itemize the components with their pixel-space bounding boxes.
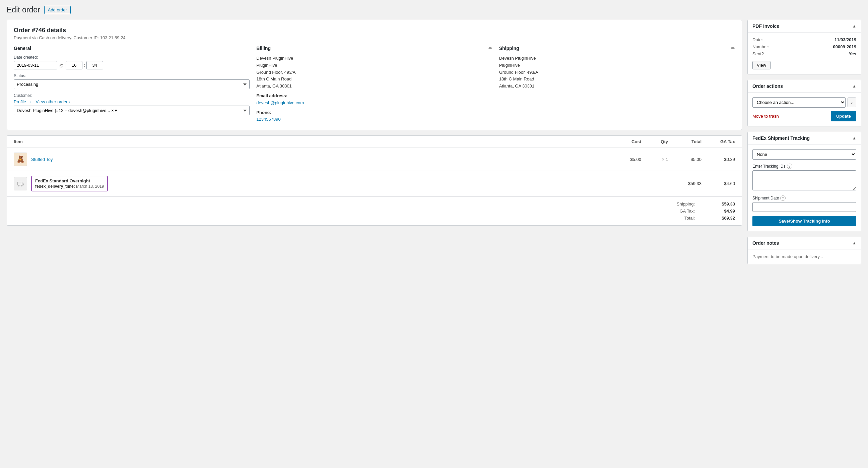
order-heading: Order #746 details [14, 27, 735, 34]
time-minute-input[interactable] [87, 61, 103, 69]
status-label: Status: [14, 74, 250, 78]
move-to-trash-link[interactable]: Move to trash [752, 114, 779, 119]
page-title: Edit order [7, 5, 40, 14]
pdf-invoice-title: PDF Invoice [752, 24, 779, 29]
item-thumbnail: 🧸 [14, 152, 27, 166]
svg-point-2 [22, 185, 23, 186]
billing-name: Devesh PluginHive [256, 55, 492, 62]
shipping-method-name: FedEx Standard Overnight [35, 178, 104, 183]
billing-company: PluginHive [256, 62, 492, 69]
billing-phone-label: Phone: [256, 109, 492, 116]
pdf-sent-value: Yes [849, 51, 856, 56]
order-note-text: Payment to be made upon delivery... [752, 254, 856, 259]
svg-rect-0 [18, 182, 22, 185]
at-text: @ [59, 63, 64, 68]
order-actions-collapse-icon[interactable]: ▲ [852, 84, 856, 88]
grand-total-label: Total: [668, 215, 695, 221]
add-order-button[interactable]: Add order [44, 6, 71, 14]
shipment-date-input[interactable] [752, 202, 856, 212]
pdf-number-value: 00009-2019 [833, 44, 856, 49]
date-input[interactable] [14, 61, 57, 69]
billing-section-title: Billing ✏ [256, 46, 492, 51]
totals-section: Shipping: $59.33 GA Tax: $4.99 Total: $6… [7, 197, 742, 225]
shipping-method-row: FedEx Standard Overnight fedex_delivery_… [7, 171, 742, 197]
shipping-section-title: Shipping ✏ [499, 46, 735, 51]
pdf-invoice-card: PDF Invoice ▲ Date: 11/03/2019 Number: 0… [747, 20, 861, 75]
order-actions-card: Order actions ▲ Choose an action... › Mo… [747, 80, 861, 126]
ga-tax-total-label: GA Tax: [668, 208, 695, 213]
shipping-method-icon [14, 177, 27, 191]
profile-link[interactable]: Profile → [14, 99, 31, 104]
item-ga-tax: $0.39 [702, 157, 735, 162]
tracking-ids-textarea[interactable] [752, 170, 856, 191]
grand-total-value: $69.32 [708, 215, 735, 221]
shipment-date-help-icon[interactable]: ? [780, 196, 785, 201]
billing-city-state: Atlanta, GA 30301 [256, 83, 492, 90]
customer-label: Customer: [14, 93, 250, 98]
shipping-city-state: Atlanta, GA 30301 [499, 83, 735, 90]
fedex-tracking-select[interactable]: None [752, 149, 856, 159]
shipping-total-value: $59.33 [708, 202, 735, 206]
fedex-tracking-title: FedEx Shipment Tracking [752, 136, 810, 141]
col-qty-header: Qty [641, 139, 668, 144]
shipping-total-label: Shipping: [668, 202, 695, 206]
shipping-name: Devesh PluginHive [499, 55, 735, 62]
time-hour-input[interactable] [66, 61, 83, 69]
order-notes-card: Order notes ▲ Payment to be made upon de… [747, 237, 861, 264]
order-notes-title: Order notes [752, 240, 779, 246]
order-payment-info: Payment via Cash on delivery. Customer I… [14, 35, 735, 40]
shipping-address1: Ground Floor, 493/A [499, 69, 735, 76]
date-label: Date created: [14, 55, 250, 60]
shipping-edit-icon[interactable]: ✏ [731, 46, 735, 51]
status-select[interactable]: Processing Pending payment On hold Compl… [14, 80, 250, 89]
col-cost-header: Cost [608, 139, 641, 144]
billing-email-value[interactable]: devesh@pluginhive.com [256, 100, 304, 105]
general-section-title: General [14, 46, 250, 51]
billing-edit-icon[interactable]: ✏ [489, 46, 492, 51]
shipping-address2: 18th C Main Road [499, 76, 735, 83]
order-actions-title: Order actions [752, 84, 783, 89]
pdf-view-button[interactable]: View [752, 61, 771, 69]
billing-email-label: Email address: [256, 92, 492, 99]
update-button[interactable]: Update [831, 111, 856, 121]
shipping-cost: $59.33 [668, 181, 702, 186]
table-row: 🧸 Stuffed Toy $5.00 × 1 $5.00 $0.39 [7, 148, 742, 171]
pdf-date-value: 11/03/2019 [835, 37, 856, 42]
shipping-method-box: FedEx Standard Overnight fedex_delivery_… [31, 176, 108, 192]
col-ga-tax-header: GA Tax [702, 139, 735, 144]
pdf-number-label: Number: [752, 44, 769, 49]
shipment-date-label: Shipment Date ? [752, 196, 856, 201]
pdf-invoice-collapse-icon[interactable]: ▲ [852, 24, 856, 29]
fedex-tracking-card: FedEx Shipment Tracking ▲ None Enter Tra… [747, 132, 861, 231]
customer-select[interactable]: Devesh PluginHive (#12 – devesh@pluginhi… [14, 106, 250, 115]
order-action-select[interactable]: Choose an action... [752, 97, 845, 108]
tracking-ids-help-icon[interactable]: ? [787, 164, 792, 169]
shipping-ga-tax: $4.60 [702, 181, 735, 186]
tracking-ids-label: Enter Tracking IDs ? [752, 164, 856, 169]
order-notes-collapse-icon[interactable]: ▲ [852, 241, 856, 245]
pdf-sent-label: Sent? [752, 51, 764, 56]
billing-phone-value[interactable]: 1234567890 [256, 117, 280, 122]
ga-tax-total-value: $4.99 [708, 208, 735, 213]
colon-separator: : [84, 63, 85, 68]
fedex-tracking-collapse-icon[interactable]: ▲ [852, 136, 856, 141]
col-item-header: Item [14, 139, 608, 144]
billing-address1: Ground Floor, 493/A [256, 69, 492, 76]
item-total: $5.00 [668, 157, 702, 162]
shipping-method-meta: fedex_delivery_time: March 13, 2019 [35, 184, 104, 189]
pdf-date-label: Date: [752, 37, 763, 42]
item-cost: $5.00 [608, 157, 641, 162]
billing-address2: 18th C Main Road [256, 76, 492, 83]
shipping-company: PluginHive [499, 62, 735, 69]
save-tracking-button[interactable]: Save/Show Tracking Info [752, 216, 856, 226]
item-qty: × 1 [641, 157, 668, 162]
col-total-header: Total [668, 139, 702, 144]
order-action-go-button[interactable]: › [847, 97, 856, 107]
svg-point-1 [19, 185, 20, 186]
view-other-orders-link[interactable]: View other orders → [35, 99, 75, 104]
item-name-link[interactable]: Stuffed Toy [31, 157, 53, 162]
